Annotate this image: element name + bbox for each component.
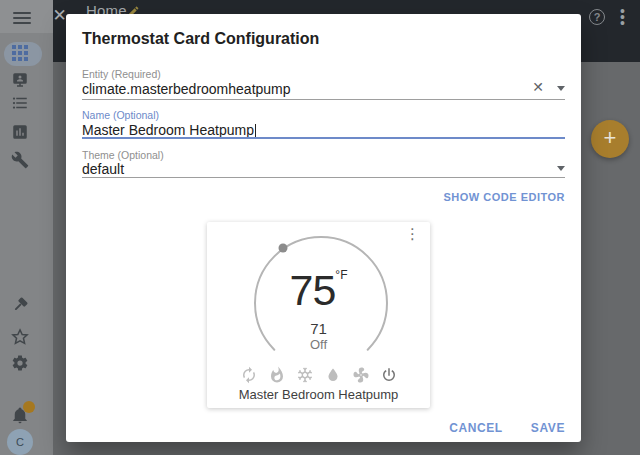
- sidebar-item-tools[interactable]: [11, 151, 29, 169]
- target-temp-value: 75: [290, 266, 336, 314]
- card-entity-name: Master Bedroom Heatpump: [207, 387, 430, 402]
- target-temperature: 75°F: [207, 268, 430, 312]
- name-label: Name (Optional): [82, 109, 159, 121]
- entity-underline: [82, 99, 565, 100]
- screen: ✕ Home ? •••: [0, 0, 640, 455]
- entity-input[interactable]: climate.masterbedroomheatpump: [82, 81, 291, 97]
- theme-dropdown-icon[interactable]: [557, 166, 565, 171]
- avatar[interactable]: C: [7, 429, 33, 455]
- mode-dry-icon[interactable]: [324, 366, 342, 384]
- mode-auto-icon[interactable]: [240, 366, 258, 384]
- sidebar-item-configuration[interactable]: [11, 354, 29, 372]
- sidebar-item-hassio[interactable]: [11, 71, 29, 89]
- text-cursor: [255, 124, 256, 137]
- mode-heat-icon[interactable]: [268, 366, 286, 384]
- theme-select[interactable]: default: [82, 161, 124, 177]
- mode-fan-icon[interactable]: [352, 366, 370, 384]
- show-code-editor-button[interactable]: SHOW CODE EDITOR: [444, 191, 565, 203]
- cancel-button[interactable]: CANCEL: [449, 421, 503, 435]
- hvac-state: Off: [207, 337, 430, 352]
- save-button[interactable]: SAVE: [531, 421, 565, 435]
- name-input[interactable]: Master Bedroom Heatpump: [82, 122, 256, 138]
- sidebar-item-history[interactable]: [11, 123, 29, 141]
- theme-underline: [82, 177, 565, 178]
- hvac-modes-row: [207, 366, 430, 384]
- sidebar: C: [0, 0, 53, 455]
- thermostat-card-preview: ⋮ 75°F 71 Off: [207, 222, 430, 408]
- theme-label: Theme (Optional): [82, 149, 164, 161]
- menu-icon[interactable]: [13, 12, 31, 24]
- mode-cool-icon[interactable]: [296, 366, 314, 384]
- sidebar-item-community[interactable]: [11, 328, 29, 346]
- sidebar-item-logbook[interactable]: [11, 94, 29, 112]
- name-input-text: Master Bedroom Heatpump: [82, 122, 254, 138]
- overflow-menu-icon[interactable]: •••: [620, 8, 625, 26]
- sidebar-item-developer-tools[interactable]: [11, 296, 29, 314]
- entity-dropdown-icon[interactable]: [557, 86, 565, 91]
- dialog-actions: CANCEL SAVE: [449, 421, 565, 435]
- current-temperature: 71: [207, 320, 430, 337]
- thermostat-card-config-dialog: Thermostat Card Configuration Entity (Re…: [66, 14, 581, 442]
- dialog-title: Thermostat Card Configuration: [82, 30, 319, 48]
- help-icon[interactable]: ?: [589, 9, 605, 25]
- notification-badge: [23, 401, 35, 413]
- mode-off-icon[interactable]: [380, 366, 398, 384]
- dial-handle[interactable]: [279, 244, 288, 253]
- entity-clear-icon[interactable]: ✕: [531, 80, 545, 94]
- temp-unit: °F: [335, 268, 347, 282]
- name-underline: [82, 137, 565, 139]
- add-card-fab[interactable]: +: [591, 120, 629, 158]
- sidebar-item-overview[interactable]: [12, 45, 29, 62]
- entity-label: Entity (Required): [82, 68, 161, 80]
